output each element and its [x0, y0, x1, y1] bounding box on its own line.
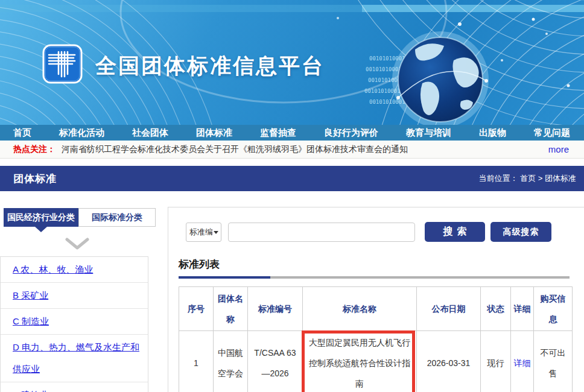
- advanced-search-button[interactable]: 高级搜索: [490, 222, 551, 242]
- nav-item-social-organizations[interactable]: 社会团体: [132, 127, 168, 139]
- category-list: A 农、林、牧、渔业 B 采矿业 C 制造业 D 电力、热力、燃气及水生产和供应…: [0, 256, 148, 392]
- nav-item-supervision[interactable]: 监督抽查: [260, 127, 296, 139]
- table-header-row: 序号 团体名称 标准编号 标准名称 公布日期 状态 详细 购买信息: [179, 287, 573, 331]
- nav-item-faq[interactable]: 常见问题: [534, 127, 570, 139]
- main-nav: 首页 标准化活动 社会团体 团体标准 监督抽查 良好行为评价 教育与培训 出版物…: [0, 125, 584, 141]
- classification-tabs: 国民经济行业分类 国际标准分类: [0, 208, 157, 227]
- cell-status: 现行: [481, 331, 511, 392]
- category-item-b[interactable]: B 采矿业: [1, 283, 148, 309]
- breadcrumb: 当前位置： 首页 > 团体标准: [479, 173, 576, 184]
- breadcrumb-home-link[interactable]: 首页: [520, 174, 536, 183]
- nav-item-publications[interactable]: 出版物: [479, 127, 506, 139]
- search-row: 标准编号 搜索 高级搜索: [186, 222, 584, 242]
- category-item-c[interactable]: C 制造业: [1, 309, 148, 335]
- col-header-date: 公布日期: [417, 287, 481, 331]
- cell-seq: 1: [179, 331, 214, 392]
- col-header-status: 状态: [481, 287, 511, 331]
- nav-item-group-standards[interactable]: 团体标准: [196, 127, 232, 139]
- page-header-bar: 团体标准 当前位置： 首页 > 团体标准: [0, 166, 584, 191]
- cell-code: T/CSAA 63—2026: [248, 331, 303, 392]
- standards-list-title: 标准列表: [179, 258, 584, 271]
- search-input[interactable]: [228, 223, 415, 242]
- main-panel: 标准编号 搜索 高级搜索 标准列表 序号: [168, 207, 584, 392]
- cell-purchase: 不可出售: [534, 331, 573, 392]
- hot-topic-bar: 热点关注： 河南省纺织工程学会标准化技术委员会关于召开《粗洗羽绒羽毛》团体标准技…: [0, 141, 584, 159]
- tab-international-standard-classification[interactable]: 国际标准分类: [78, 208, 156, 227]
- standard-name-text: 大型固定翼民用无人机飞行控制系统适航符合性设计指南: [309, 338, 410, 388]
- col-header-name: 标准名称: [303, 287, 417, 331]
- globe-icon: [392, 31, 489, 125]
- nav-item-home[interactable]: 首页: [13, 127, 31, 139]
- category-item-a[interactable]: A 农、林、牧、渔业: [1, 257, 148, 283]
- search-type-select-wrap: 标准编号: [186, 223, 221, 242]
- platform-logo-icon: [42, 44, 83, 84]
- detail-link[interactable]: 详细: [514, 358, 531, 368]
- more-link[interactable]: more: [548, 144, 569, 154]
- col-header-org: 团体名称: [214, 287, 248, 331]
- cell-date: 2026-03-31: [417, 331, 481, 392]
- cell-detail: 详细: [511, 331, 534, 392]
- breadcrumb-separator: >: [538, 174, 543, 183]
- table-row: 1 中国航空学会 T/CSAA 63—2026 大型固定翼民用无人机飞行控制系统…: [179, 331, 573, 392]
- spacer: [0, 159, 584, 166]
- search-button[interactable]: 搜索: [425, 222, 485, 242]
- page: 0010101000101 0010101000101 001010100010…: [0, 0, 584, 392]
- col-header-seq: 序号: [179, 287, 214, 331]
- col-header-detail: 详细: [511, 287, 534, 331]
- nav-item-good-behavior[interactable]: 良好行为评价: [324, 127, 378, 139]
- cell-org: 中国航空学会: [214, 331, 248, 392]
- breadcrumb-current: 团体标准: [545, 174, 576, 183]
- title-underline: [179, 276, 570, 279]
- chevron-down-icon[interactable]: [65, 237, 89, 250]
- tab-national-economy-classification[interactable]: 国民经济行业分类: [4, 208, 78, 227]
- col-header-code: 标准编号: [248, 287, 303, 331]
- cell-standard-name: 大型固定翼民用无人机飞行控制系统适航符合性设计指南: [303, 331, 417, 392]
- site-title: 全国团体标准信息平台: [95, 52, 325, 80]
- hot-topic-notice-link[interactable]: 河南省纺织工程学会标准化技术委员会关于召开《粗洗羽绒羽毛》团体标准技术审查会的通…: [62, 144, 541, 155]
- nav-item-standardization-activities[interactable]: 标准化活动: [59, 127, 104, 139]
- breadcrumb-label: 当前位置：: [479, 174, 518, 183]
- sidebar: 国民经济行业分类 国际标准分类 A 农、林、牧、渔业 B 采矿业 C 制造业 D…: [0, 208, 157, 392]
- col-header-purchase: 购买信息: [534, 287, 573, 331]
- nav-item-education[interactable]: 教育与培训: [406, 127, 451, 139]
- active-tab-pointer: [35, 227, 47, 232]
- standards-table: 序号 团体名称 标准编号 标准名称 公布日期 状态 详细 购买信息 1 中国航空…: [179, 286, 573, 392]
- category-item-d[interactable]: D 电力、热力、燃气及水生产和供应业: [1, 335, 148, 382]
- banner: 0010101000101 0010101000101 001010100010…: [0, 0, 584, 125]
- category-item-e[interactable]: E 建筑业: [1, 382, 148, 392]
- page-title: 团体标准: [13, 172, 57, 186]
- content: 国民经济行业分类 国际标准分类 A 农、林、牧、渔业 B 采矿业 C 制造业 D…: [0, 191, 584, 392]
- hot-topic-label: 热点关注：: [13, 144, 56, 155]
- search-type-select[interactable]: 标准编号: [186, 223, 221, 242]
